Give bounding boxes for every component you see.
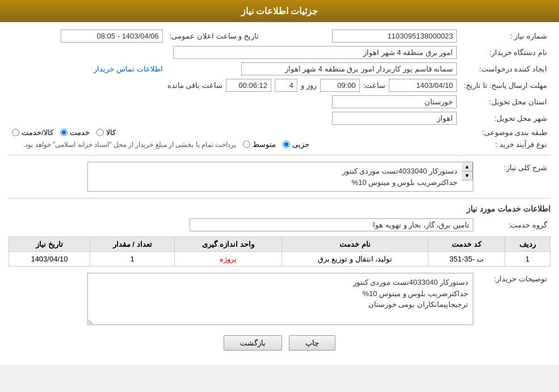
tabaqeh-label: طبقه بندی موضوعی: <box>460 127 550 138</box>
sharh-line1: دستورکار 4033040تست موردی کنتور <box>342 167 457 175</box>
page-header: جزئیات اطلاعات نیاز <box>0 0 559 22</box>
cell-date: 1403/04/10 <box>9 252 90 267</box>
cell-radif: 1 <box>505 252 550 267</box>
radio-khedmat[interactable] <box>60 129 68 136</box>
radio-kala-khedmat-item: کالا/خدمت <box>12 128 53 137</box>
gorouh-section: گروه خدمت: <box>9 217 550 233</box>
col-count: تعداد / مقدار <box>90 237 174 252</box>
ijad-konandeh-label: ایجاد کننده درخواست: <box>460 61 550 77</box>
col-date: تاریخ نیاز <box>9 237 90 252</box>
cell-name: تولید، انتقال و توزیع برق <box>281 252 428 267</box>
btn-chap[interactable]: چاپ <box>289 335 335 351</box>
gorouh-input[interactable] <box>190 218 473 231</box>
radio-jozyi-label: جزیی <box>292 140 309 149</box>
mohlat-date-input[interactable] <box>389 79 457 92</box>
page-container: جزئیات اطلاعات نیاز شماره نیاز : تاریخ و… <box>0 0 559 365</box>
days-label: روز و <box>301 81 317 90</box>
tarikh-saat-input[interactable] <box>61 29 163 43</box>
radio-jozyi[interactable] <box>283 141 290 148</box>
col-code: کد خدمت <box>428 237 505 252</box>
ostan-input[interactable] <box>332 95 457 108</box>
form-section-1: شماره نیاز : تاریخ و ساعت اعلان عمومی: ن… <box>9 28 550 150</box>
mohlat-ersal-label: مهلت ارسال پاسخ: تا تاریخ: <box>460 77 550 94</box>
radio-kala[interactable] <box>96 129 104 136</box>
radio-kala-khedmat[interactable] <box>12 129 19 136</box>
shenmareh-niaz-input[interactable] <box>332 29 457 43</box>
shahr-label: شهر محل تحویل: <box>460 110 550 127</box>
radio-khedmat-item: خدمت <box>60 128 90 137</box>
ittilaat-tamas-link[interactable]: اطلاعات تماس خریدار <box>94 65 162 73</box>
btn-bazgasht[interactable]: بازگشت <box>224 335 282 351</box>
sharh-koli-text: دستورکار 4033040تست موردی کنتور جداکترضر… <box>88 162 462 191</box>
radio-mottaset-item: متوسط <box>243 140 276 149</box>
col-unit: واحد اندازه گیری <box>175 237 281 252</box>
radio-mottaset[interactable] <box>243 141 250 148</box>
col-name: نام خدمت <box>281 237 428 252</box>
radio-kala-item: کالا <box>96 128 116 137</box>
radio-kala-khedmat-label: کالا/خدمت <box>22 128 53 137</box>
sharh-line2: جداکترضریب بلوس و مینوس 10% <box>352 178 457 187</box>
radio-jozyi-item: جزیی <box>283 140 309 149</box>
services-table: ردیف کد خدمت نام خدمت واحد اندازه گیری ت… <box>9 237 550 267</box>
sharh-section: شرح کلی نیاز: ▲ ▼ دستورکار 4033040تست مو… <box>9 160 550 193</box>
shenmareh-niaz-label: شماره نیاز : <box>460 28 550 44</box>
toseif-label: توصیحات خریدار: <box>477 271 550 328</box>
scroll-up-arrow[interactable]: ▲ <box>462 162 472 171</box>
separator-1 <box>9 155 550 155</box>
radio-mottaset-label: متوسط <box>253 140 276 149</box>
buttons-row: چاپ بازگشت <box>9 335 550 359</box>
sharh-koli-label: شرح کلی نیاز: <box>477 160 550 193</box>
farayand-radio-group: پرداخت تمام یا بخشی از مبلغ خریدار از مح… <box>12 140 457 149</box>
shahr-input[interactable] <box>332 112 457 125</box>
khadamat-title: اطلاعات خدمات مورد نیاز <box>9 204 550 213</box>
farayand-note: پرداخت تمام یا بخشی از مبلغ خریدار از مح… <box>23 141 236 149</box>
cell-count: 1 <box>90 252 174 267</box>
cell-code: ت -35-351 <box>428 252 505 267</box>
radio-khedmat-label: خدمت <box>70 128 90 137</box>
remaining-input[interactable] <box>226 79 271 92</box>
content-area: شماره نیاز : تاریخ و ساعت اعلان عمومی: ن… <box>0 22 559 365</box>
cell-unit: پروژه <box>175 252 281 267</box>
gorouh-label: گروه خدمت: <box>477 217 550 233</box>
radio-kala-label: کالا <box>106 128 116 137</box>
scroll-arrows[interactable]: ▲ ▼ <box>462 162 473 180</box>
scroll-down-arrow[interactable]: ▼ <box>462 171 472 180</box>
ostan-label: استان محل تحویل: <box>460 94 550 110</box>
table-row: 1 ت -35-351 تولید، انتقال و توزیع برق پر… <box>9 252 550 267</box>
tarikh-saat-label: تاریخ و ساعت اعلان عمومی: <box>166 28 270 44</box>
days-input[interactable] <box>275 79 297 92</box>
col-radif: ردیف <box>505 237 550 252</box>
ijad-konandeh-input[interactable] <box>241 62 457 75</box>
header-title: جزئیات اطلاعات نیاز <box>241 6 318 16</box>
saat-label: ساعت: <box>363 81 386 90</box>
remaining-label: ساعت باقی مانده <box>167 81 222 90</box>
nam-dastgah-label: نام دستگاه خریدار: <box>460 44 550 61</box>
mohlat-row: ساعت: روز و ساعت باقی مانده <box>12 79 457 92</box>
noue-farayand-label: نوع فرآیند خرید : <box>460 138 550 150</box>
separator-2 <box>9 198 550 199</box>
toseif-textarea[interactable]: دستورکار 4033040تست موردی کنتور جداکترضر… <box>87 273 473 325</box>
sharh-koli-box: ▲ ▼ دستورکار 4033040تست موردی کنتور جداک… <box>87 162 473 192</box>
tabaqeh-radio-group: کالا/خدمت خدمت کالا <box>12 128 457 137</box>
nam-dastgah-input[interactable] <box>173 46 457 59</box>
saat-input[interactable] <box>320 79 360 92</box>
toseif-section: توصیحات خریدار: دستورکار 4033040تست مورد… <box>9 271 550 328</box>
